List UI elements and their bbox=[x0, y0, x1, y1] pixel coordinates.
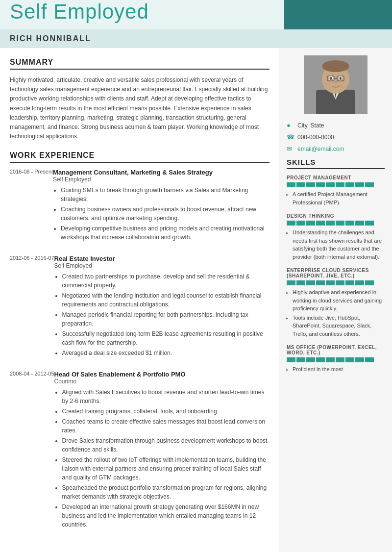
bar-seg bbox=[326, 221, 335, 226]
work-bullets-3: Aligned with Sales Executives to boost r… bbox=[62, 388, 270, 529]
bar-seg bbox=[345, 221, 354, 226]
work-entry-2: 2012-06 - 2016-07 Real Estate Investor S… bbox=[10, 255, 270, 359]
work-title-2: Real Estate Investor bbox=[54, 255, 270, 262]
bar-seg bbox=[365, 182, 374, 187]
skill-desc-2: Understanding the challenges and needs f… bbox=[287, 228, 385, 261]
svg-point-9 bbox=[330, 77, 332, 80]
summary-title: SUMMARY bbox=[10, 58, 270, 70]
bar-seg bbox=[306, 221, 315, 226]
bar-seg bbox=[287, 221, 295, 226]
location-icon: ● bbox=[287, 122, 294, 129]
bullet-item: Spearheaded the product portfolio transf… bbox=[62, 483, 270, 501]
bar-seg bbox=[306, 182, 315, 187]
bar-seg bbox=[345, 357, 354, 362]
work-content-1: Management Consultant, Marketing & Sales… bbox=[53, 169, 270, 243]
bar-seg bbox=[336, 357, 344, 362]
contact-email: ✉ email@email.com bbox=[287, 145, 385, 153]
profile-photo bbox=[304, 55, 368, 114]
work-title-1: Management Consultant, Marketing & Sales… bbox=[53, 169, 270, 176]
work-date-3: 2008-04 - 2012-05 bbox=[10, 371, 54, 530]
work-title-3: Head Of Sales Enablement & Portfolio PMO bbox=[54, 371, 270, 378]
work-entry-3: 2008-04 - 2012-05 Head Of Sales Enableme… bbox=[10, 371, 270, 530]
bar-seg bbox=[296, 182, 305, 187]
work-employer-1: Self Employed bbox=[53, 176, 270, 183]
skill-project-management: PROJECT MANAGEMENT A certified Project M… bbox=[287, 175, 385, 206]
bar-seg bbox=[296, 221, 305, 226]
contact-phone-text: 000-000-0000 bbox=[297, 134, 334, 141]
bullet-item: Managed periodic financial reporting for… bbox=[62, 310, 270, 328]
header-accent-block bbox=[284, 0, 392, 29]
bar-seg bbox=[345, 182, 354, 187]
bar-seg bbox=[316, 357, 325, 362]
skill-bar-3 bbox=[287, 280, 385, 285]
bar-seg bbox=[287, 182, 295, 187]
bar-seg bbox=[326, 182, 335, 187]
skill-bar-4 bbox=[287, 357, 385, 362]
bullet-item: Successfully negotiated long-term B2B le… bbox=[62, 329, 270, 347]
bar-seg bbox=[355, 182, 364, 187]
skill-cat-name-3: ENTERPRISE CLOUD SERVICES (SHAREPOINT, J… bbox=[287, 268, 385, 278]
work-content-2: Real Estate Investor Self Employed Creat… bbox=[54, 255, 270, 359]
phone-icon: ☎ bbox=[287, 133, 294, 141]
skill-desc-text-3b: Tools include Jive, HubSpot, SharePoint,… bbox=[293, 314, 385, 338]
bar-seg bbox=[296, 280, 305, 285]
skill-cat-name-4: MS OFFICE (POWERPOINT, EXCEL, WORD, ETC.… bbox=[287, 345, 385, 355]
bullet-item: Averaged a deal size exceeded $1 million… bbox=[62, 349, 270, 357]
bullet-item: Steered the rollout of two IoT offerings… bbox=[62, 455, 270, 482]
skill-desc-text-2: Understanding the challenges and needs f… bbox=[293, 228, 385, 261]
skill-cat-name-1: PROJECT MANAGEMENT bbox=[287, 175, 385, 180]
header: Self Employed bbox=[0, 0, 392, 29]
skill-cloud-services: ENTERPRISE CLOUD SERVICES (SHAREPOINT, J… bbox=[287, 268, 385, 338]
bar-seg bbox=[336, 280, 344, 285]
bar-seg bbox=[326, 280, 335, 285]
work-date-1: 2016-08 - Present bbox=[10, 169, 53, 243]
left-column: SUMMARY Highly motivated, articulate, cr… bbox=[0, 48, 279, 552]
bar-seg bbox=[345, 280, 354, 285]
svg-point-10 bbox=[340, 77, 342, 80]
bar-seg bbox=[316, 280, 325, 285]
bar-seg bbox=[287, 357, 295, 362]
skill-design-thinking: DESIGN THINKING Understanding the challe… bbox=[287, 213, 385, 261]
skill-bar-2 bbox=[287, 221, 385, 226]
bar-seg bbox=[365, 357, 374, 362]
skill-cat-name-2: DESIGN THINKING bbox=[287, 213, 385, 219]
bullet-item: Coaching business owners and professiona… bbox=[61, 205, 270, 223]
bar-seg bbox=[365, 221, 374, 226]
bullet-item: Drove Sales transformation through busin… bbox=[62, 436, 270, 454]
bar-seg bbox=[306, 357, 315, 362]
bar-seg bbox=[296, 357, 305, 362]
skill-desc-text-3a: Highly adaptive and experienced in worki… bbox=[293, 288, 385, 313]
bullet-item: Negotiated with the lending institution … bbox=[62, 291, 270, 309]
bar-seg bbox=[355, 280, 364, 285]
skill-desc-text-4: Proficient in the most bbox=[293, 365, 385, 374]
bar-seg bbox=[316, 182, 325, 187]
bar-seg bbox=[365, 280, 374, 285]
svg-point-6 bbox=[322, 60, 349, 72]
candidate-name: RICH HONNIBALL bbox=[10, 34, 91, 43]
bullet-item: Created two partnerships to purchase, de… bbox=[62, 272, 270, 290]
bullet-item: Developing competitive business and pric… bbox=[61, 224, 270, 242]
bullet-item: Created training programs, collateral, t… bbox=[62, 407, 270, 416]
bullet-item: Coached teams to create effective sales … bbox=[62, 417, 270, 435]
skill-desc-1: A certified Project Management Professio… bbox=[287, 190, 385, 206]
bar-seg bbox=[336, 182, 344, 187]
bullet-item: Aligned with Sales Executives to boost r… bbox=[62, 388, 270, 405]
main-layout: SUMMARY Highly motivated, articulate, cr… bbox=[0, 48, 392, 552]
contact-phone: ☎ 000-000-0000 bbox=[287, 133, 385, 141]
bar-seg bbox=[326, 357, 335, 362]
bullet-item: Developed an international growth strate… bbox=[62, 503, 270, 529]
contact-email-text: email@email.com bbox=[297, 146, 344, 152]
bar-seg bbox=[336, 221, 344, 226]
profile-photo-svg bbox=[304, 55, 368, 114]
work-content-3: Head Of Sales Enablement & Portfolio PMO… bbox=[54, 371, 270, 530]
bar-seg bbox=[316, 221, 325, 226]
work-experience-title: WORK EXPERIENCE bbox=[10, 151, 270, 163]
subheader: RICH HONNIBALL bbox=[0, 29, 392, 48]
work-employer-2: Self Employed bbox=[54, 262, 270, 269]
header-title: Self Employed bbox=[0, 0, 159, 27]
skill-desc-3: Highly adaptive and experienced in worki… bbox=[287, 288, 385, 338]
bar-seg bbox=[355, 221, 364, 226]
right-column: ● City, State ☎ 000-000-0000 ✉ email@ema… bbox=[279, 48, 392, 552]
work-bullets-1: Guiding SMEs to break through growth bar… bbox=[61, 186, 270, 242]
skill-bar-1 bbox=[287, 182, 385, 187]
